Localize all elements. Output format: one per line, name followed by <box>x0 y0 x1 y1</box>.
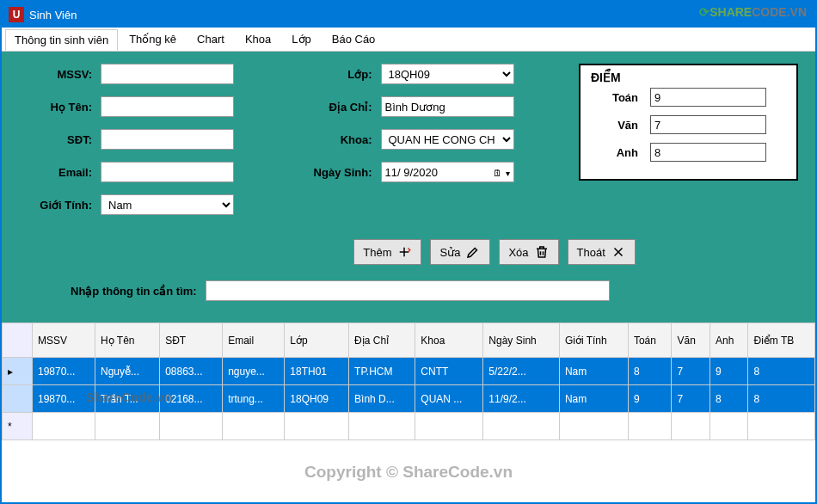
col-sdt[interactable]: SĐT <box>160 323 223 358</box>
cell[interactable]: 9 <box>628 385 672 413</box>
titlebar: U Sinh Viên ⟳SHARECODE.VN <box>2 2 815 28</box>
cell[interactable]: 8 <box>710 385 748 413</box>
watermark-sharecode: ⟳SHARECODE.VN <box>699 5 807 19</box>
label-lop: Lớp: <box>299 68 372 81</box>
select-lop[interactable]: 18QH09 <box>381 64 514 84</box>
cell[interactable]: nguye... <box>223 358 285 385</box>
cell[interactable]: trtung... <box>223 385 285 413</box>
col-ngaysinh[interactable]: Ngày Sinh <box>483 323 560 358</box>
cell[interactable]: 7 <box>672 358 710 385</box>
col-mssv[interactable]: MSSV <box>33 323 95 358</box>
cell[interactable]: CNTT <box>415 358 483 385</box>
col-anh[interactable]: Anh <box>710 323 748 358</box>
score-panel: ĐIỂM Toán Văn Anh <box>579 64 798 181</box>
tab-thongke[interactable]: Thống kê <box>120 28 186 50</box>
cell[interactable]: TP.HCM <box>349 358 415 385</box>
window-title: Sinh Viên <box>29 9 77 22</box>
cell[interactable]: 8 <box>748 385 815 413</box>
app-icon: U <box>9 7 24 22</box>
table-row-new[interactable]: * <box>3 413 815 440</box>
cell[interactable]: 19870... <box>33 358 95 385</box>
col-email[interactable]: Email <box>223 323 285 358</box>
col-toan[interactable]: Toán <box>628 323 672 358</box>
label-email: Email: <box>19 166 92 179</box>
input-mssv[interactable] <box>101 64 234 84</box>
cell[interactable]: 19870... <box>33 385 95 413</box>
edit-button[interactable]: Sửa <box>430 239 490 265</box>
select-khoa[interactable]: QUAN HE CONG CH <box>381 129 514 150</box>
delete-button[interactable]: Xóa <box>499 239 558 265</box>
data-grid[interactable]: MSSV Họ Tên SĐT Email Lớp Địa Chỉ Khoa N… <box>2 323 815 440</box>
table-row[interactable]: 19870... Trần T... 02168... trtung... 18… <box>3 385 815 413</box>
tab-khoa[interactable]: Khoa <box>236 28 280 50</box>
date-value: 11/ 9/2020 <box>385 166 438 179</box>
label-gioitinh: Giới Tính: <box>19 199 92 212</box>
label-anh: Anh <box>591 146 638 159</box>
col-khoa[interactable]: Khoa <box>415 323 483 358</box>
label-mssv: MSSV: <box>19 68 92 81</box>
exit-button[interactable]: Thoát <box>568 239 636 265</box>
col-van[interactable]: Văn <box>672 323 710 358</box>
add-button[interactable]: Thêm <box>353 239 421 265</box>
datepicker-ngaysinh[interactable]: 11/ 9/2020 🗓▾ <box>381 162 514 182</box>
cell[interactable]: 18QH09 <box>285 385 349 413</box>
label-hoten: Họ Tên: <box>19 101 92 114</box>
cell[interactable]: Nam <box>559 385 628 413</box>
search-input[interactable] <box>206 280 610 301</box>
trash-icon <box>534 244 550 260</box>
cell[interactable]: 7 <box>672 385 710 413</box>
chevron-down-icon: ▾ <box>506 169 510 178</box>
search-label: Nhập thông tin cần tìm: <box>71 285 197 298</box>
tab-strip: Thông tin sinh viên Thống kê Chart Khoa … <box>2 28 815 52</box>
input-sdt[interactable] <box>101 129 234 150</box>
label-diachi: Địa Chỉ: <box>299 101 372 114</box>
input-email[interactable] <box>101 162 234 182</box>
select-gioitinh[interactable]: Nam <box>101 194 234 215</box>
table-row[interactable]: ▸ 19870... Nguyễ... 08863... nguye... 18… <box>3 358 815 385</box>
label-toan: Toán <box>591 91 638 104</box>
label-van: Văn <box>591 119 638 132</box>
cell[interactable]: 5/22/2... <box>483 358 560 385</box>
cell[interactable]: 08863... <box>160 358 223 385</box>
col-lop[interactable]: Lớp <box>285 323 349 358</box>
tab-chart[interactable]: Chart <box>187 28 234 50</box>
label-khoa: Khoa: <box>299 133 372 146</box>
cell[interactable]: 11/9/2... <box>483 385 560 413</box>
label-sdt: SĐT: <box>19 133 92 146</box>
input-hoten[interactable] <box>101 96 234 117</box>
add-icon <box>396 244 412 260</box>
cell[interactable]: 8 <box>628 358 672 385</box>
cell[interactable]: 8 <box>748 358 815 385</box>
cell[interactable]: 9 <box>710 358 748 385</box>
calendar-icon: 🗓 <box>493 168 502 178</box>
grid-header-row: MSSV Họ Tên SĐT Email Lớp Địa Chỉ Khoa N… <box>3 323 815 358</box>
col-diachi[interactable]: Địa Chỉ <box>349 323 415 358</box>
close-icon <box>611 244 626 260</box>
col-diemtb[interactable]: Điểm TB <box>748 323 815 358</box>
tab-thongtin[interactable]: Thông tin sinh viên <box>5 29 118 51</box>
input-toan[interactable] <box>650 88 766 107</box>
cell[interactable]: Trần T... <box>95 385 160 413</box>
input-van[interactable] <box>650 115 766 134</box>
row-indicator <box>3 385 33 413</box>
cell[interactable]: Nguyễ... <box>95 358 160 385</box>
cell[interactable]: 18TH01 <box>285 358 349 385</box>
score-header: ĐIỂM <box>591 71 786 84</box>
col-gioitinh[interactable]: Giới Tính <box>559 323 628 358</box>
col-rowheader <box>3 323 33 358</box>
cell[interactable]: Bình D... <box>349 385 415 413</box>
tab-lop[interactable]: Lớp <box>282 28 320 50</box>
form-panel: MSSV: Họ Tên: SĐT: Email: Giới Tính:Nam … <box>2 52 815 323</box>
cell[interactable]: 02168... <box>160 385 223 413</box>
new-row-indicator: * <box>3 413 33 440</box>
tab-baocao[interactable]: Báo Cáo <box>322 28 385 50</box>
cell[interactable]: Nam <box>559 358 628 385</box>
pencil-icon <box>465 244 481 260</box>
row-indicator: ▸ <box>3 358 33 385</box>
label-ngaysinh: Ngày Sinh: <box>299 166 372 179</box>
cell[interactable]: QUAN ... <box>415 385 483 413</box>
input-diachi[interactable] <box>381 96 514 117</box>
input-anh[interactable] <box>650 143 766 162</box>
col-hoten[interactable]: Họ Tên <box>95 323 160 358</box>
